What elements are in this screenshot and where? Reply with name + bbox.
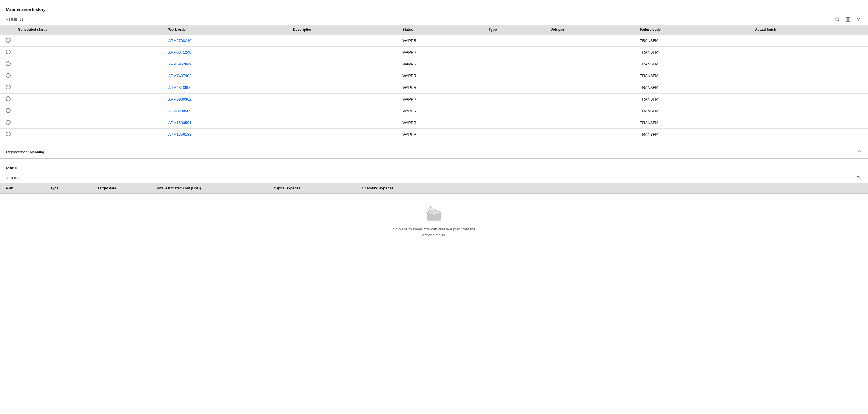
status-cell: WAPPR <box>399 58 485 70</box>
work-order-link[interactable]: APM5962849 <box>168 62 191 66</box>
type-cell <box>486 94 547 105</box>
scheduled-start-cell <box>15 82 165 94</box>
work-order-cell: APM4848956 <box>165 82 289 94</box>
table-row: APM6989382WAPPRTRANSFM <box>0 94 868 105</box>
scheduled-start-cell <box>15 105 165 117</box>
work-order-link[interactable]: APM6989382 <box>168 97 191 101</box>
description-cell <box>289 58 399 70</box>
col-status: Status <box>399 25 485 35</box>
scheduled-start-cell <box>15 94 165 105</box>
table-row: APM1656183WAPPRTRANSFM <box>0 129 868 140</box>
actual-finish-cell <box>751 105 868 117</box>
failure-code-cell: TRANSFM <box>636 47 751 58</box>
failure-code-cell: TRANSFM <box>636 35 751 47</box>
table-row: APM5962849WAPPRTRANSFM <box>0 58 868 70</box>
job-plan-cell <box>547 58 636 70</box>
replacement-planning-header[interactable]: Replacement planning <box>0 145 868 159</box>
type-cell <box>486 105 547 117</box>
plans-title: Plans <box>0 163 868 174</box>
work-order-link[interactable]: APM1656183 <box>168 132 191 137</box>
job-plan-cell <box>547 82 636 94</box>
row-radio[interactable] <box>6 49 10 54</box>
table-row: APM2768216WAPPRTRANSFM <box>0 35 868 47</box>
job-plan-cell <box>547 129 636 140</box>
row-checkbox-cell <box>0 70 15 82</box>
type-cell <box>486 82 547 94</box>
scheduled-start-cell <box>15 70 165 82</box>
maintenance-columns-button[interactable] <box>844 16 851 22</box>
job-plan-cell <box>547 47 636 58</box>
svg-rect-4 <box>849 17 850 22</box>
description-cell <box>289 105 399 117</box>
col-actual-finish: Actual finish <box>751 25 868 35</box>
row-radio[interactable] <box>6 97 10 101</box>
work-order-link[interactable]: APM0841240 <box>168 50 191 55</box>
work-order-cell: APM8290509 <box>165 105 289 117</box>
page-container: Maintenance history Results: 11 <box>0 0 868 414</box>
row-radio[interactable] <box>6 120 10 125</box>
replacement-planning-section: Replacement planning Plans Results: 0 <box>0 145 868 249</box>
scheduled-start-cell <box>15 129 165 140</box>
status-cell: WAPPR <box>399 47 485 58</box>
type-cell <box>486 129 547 140</box>
maintenance-table: Scheduled start ↓ Work order Description… <box>0 25 868 140</box>
maintenance-filter-button[interactable] <box>855 16 862 22</box>
row-radio[interactable] <box>6 132 10 136</box>
work-order-link[interactable]: APM1603591 <box>168 120 191 125</box>
actual-finish-cell <box>751 94 868 105</box>
col-plan: Plan <box>0 183 47 194</box>
description-cell <box>289 70 399 82</box>
row-checkbox-cell <box>0 105 15 117</box>
status-cell: WAPPR <box>399 82 485 94</box>
work-order-cell: APM7487903 <box>165 70 289 82</box>
type-cell <box>486 35 547 47</box>
failure-code-cell: TRANSFM <box>636 70 751 82</box>
plans-empty-message: No plans to show. You can create a plan … <box>390 226 478 238</box>
col-type: Type <box>486 25 547 35</box>
row-radio[interactable] <box>6 108 10 113</box>
status-cell: WAPPR <box>399 70 485 82</box>
row-radio[interactable] <box>6 85 10 90</box>
work-order-cell: APM0841240 <box>165 47 289 58</box>
work-order-link[interactable]: APM4848956 <box>168 85 191 90</box>
status-cell: WAPPR <box>399 94 485 105</box>
plans-results-bar: Results: 0 <box>0 174 868 183</box>
type-cell <box>486 47 547 58</box>
col-scheduled-start[interactable]: Scheduled start ↓ <box>15 25 165 35</box>
table-row: APM8290509WAPPRTRANSFM <box>0 105 868 117</box>
description-cell <box>289 117 399 129</box>
row-radio[interactable] <box>6 61 10 66</box>
col-job-plan: Job plan <box>547 25 636 35</box>
maintenance-results-count: Results: 11 <box>6 17 24 22</box>
work-order-cell: APM5962849 <box>165 58 289 70</box>
failure-code-cell: TRANSFM <box>636 105 751 117</box>
row-checkbox-cell <box>0 94 15 105</box>
row-radio[interactable] <box>6 38 10 42</box>
work-order-link[interactable]: APM7487903 <box>168 74 191 78</box>
col-operating-expense: Operating expense <box>358 183 868 194</box>
job-plan-cell <box>547 105 636 117</box>
row-radio[interactable] <box>6 73 10 78</box>
status-cell: WAPPR <box>399 105 485 117</box>
row-checkbox-cell <box>0 82 15 94</box>
maintenance-history-title: Maintenance history <box>0 5 868 15</box>
failure-code-cell: TRANSFM <box>636 82 751 94</box>
row-checkbox-cell <box>0 47 15 58</box>
actual-finish-cell <box>751 70 868 82</box>
plans-toolbar-icons <box>855 175 862 181</box>
maintenance-search-button[interactable] <box>834 16 841 22</box>
row-checkbox-cell <box>0 129 15 140</box>
plans-search-button[interactable] <box>855 175 862 181</box>
plans-section: Plans Results: 0 Plan Type <box>0 159 868 249</box>
failure-code-cell: TRANSFM <box>636 58 751 70</box>
type-cell <box>486 58 547 70</box>
failure-code-cell: TRANSFM <box>636 94 751 105</box>
failure-code-cell: TRANSFM <box>636 129 751 140</box>
table-row: APM7487903WAPPRTRANSFM <box>0 70 868 82</box>
work-order-link[interactable]: APM2768216 <box>168 38 191 43</box>
table-row: APM1603591WAPPRTRANSFM <box>0 117 868 129</box>
svg-rect-3 <box>847 17 848 22</box>
plans-table-header: Plan Type Target date Total estimated co… <box>0 183 868 194</box>
row-checkbox-cell <box>0 117 15 129</box>
work-order-link[interactable]: APM8290509 <box>168 109 191 113</box>
